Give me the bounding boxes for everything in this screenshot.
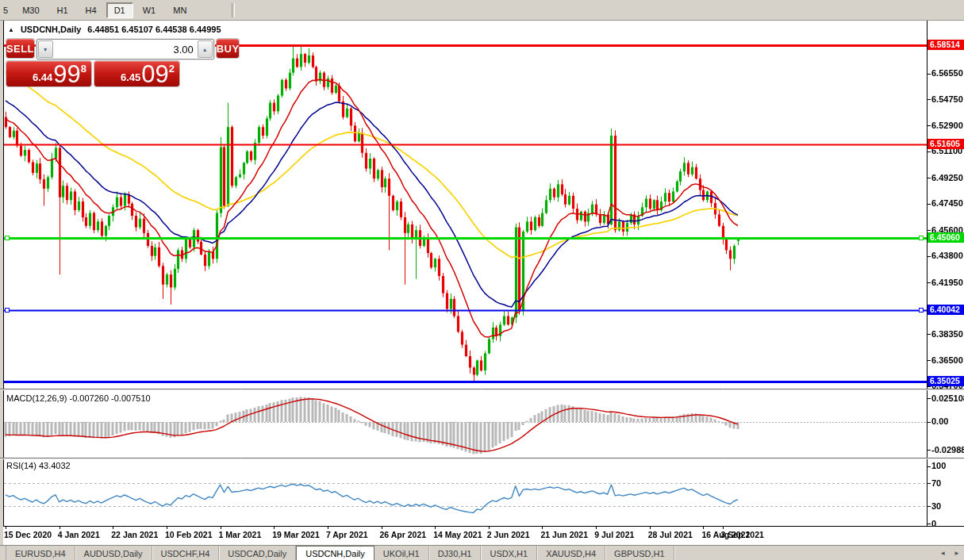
macd-axis-label: 0.00: [931, 416, 948, 426]
symbol-tab-usdx-h1[interactable]: USDX,H1: [481, 546, 537, 560]
rsi-axis-label: 70: [931, 478, 941, 488]
tab-bar-spacer: [674, 546, 935, 560]
date-axis-label: 2 Jun 2021: [487, 530, 530, 539]
up-arrow-icon: ▲: [202, 47, 208, 52]
date-axis-label: 1 Mar 2021: [219, 530, 262, 539]
timeframe-toolbar: 5M30H1H4D1W1MN: [0, 0, 964, 21]
tab-scroll-right-button[interactable]: ►: [950, 550, 964, 557]
one-click-trade-panel: SELL ▼ ▲ BUY 6.44 99 8 6.45 09 2: [6, 39, 179, 86]
tab-scroll-left-button[interactable]: ◄: [935, 550, 950, 557]
buy-button[interactable]: BUY: [217, 39, 240, 58]
symbol-tab-dj30-h1[interactable]: DJ30,H1: [429, 546, 482, 560]
date-axis-label: 10 Feb 2021: [165, 530, 213, 539]
timeframe-button-5[interactable]: 5: [1, 2, 13, 18]
volume-decrease-button[interactable]: ▼: [38, 40, 53, 58]
symbol-tab-bar: EURUSD,H4AUDUSD,DailyUSDCHF,H4USDCAD,Dai…: [0, 545, 964, 560]
price-badge: 6.51605: [928, 139, 964, 149]
symbol-tab-gbpusd-h1[interactable]: GBPUSD,H1: [605, 546, 674, 560]
timeframe-button-mn[interactable]: MN: [165, 2, 194, 18]
symbol-tab-usdcnh-daily[interactable]: USDCNH,Daily: [296, 546, 374, 560]
timeframe-button-m30[interactable]: M30: [14, 2, 47, 18]
down-arrow-icon: ▼: [43, 47, 48, 52]
buy-price-prefix: 6.45: [121, 71, 140, 83]
symbol-tab-eurusd-h4[interactable]: EURUSD,H4: [6, 546, 75, 560]
timeframe-button-h1[interactable]: H1: [49, 2, 76, 18]
collapse-arrow-icon[interactable]: ▲: [8, 26, 14, 33]
symbol-tab-audusd-daily[interactable]: AUDUSD,Daily: [75, 546, 152, 560]
sell-price-prefix: 6.44: [33, 71, 52, 83]
date-axis-label: 14 May 2021: [433, 530, 482, 539]
price-tick-label: 6.49250: [931, 173, 963, 182]
symbol-tab-xauusd-h4[interactable]: XAUUSD,H4: [537, 546, 605, 560]
date-axis-label: 21 Jun 2021: [540, 530, 588, 539]
chart-title-bar: ▲ USDCNH,Daily 6.44851 6.45107 6.44538 6…: [8, 25, 221, 34]
price-tick-label: 6.52900: [931, 121, 963, 130]
rsi-axis-label: 30: [931, 501, 941, 511]
price-tick-label: 6.43800: [931, 251, 963, 260]
macd-pane-label: MACD(12,26,9) -0.007260 -0.007510: [6, 393, 151, 403]
date-axis-label: 22 Jan 2021: [111, 530, 158, 539]
price-badge: 6.40042: [928, 305, 964, 315]
date-axis-label: 15 Dec 2020: [4, 530, 52, 539]
date-axis-label: 9 Jul 2021: [594, 530, 634, 539]
price-tick-label: 6.38350: [931, 329, 963, 339]
rsi-axis-label: 100: [931, 461, 946, 470]
macd-axis-label: -0.029881: [931, 445, 964, 455]
toolbar-separator: [232, 3, 235, 17]
date-axis-label: 3 Sep 2021: [721, 530, 764, 539]
sell-price-display[interactable]: 6.44 99 8: [6, 61, 91, 86]
sell-button[interactable]: SELL: [6, 39, 34, 58]
price-tick-label: 6.56550: [931, 68, 963, 78]
price-badge: 6.35025: [928, 376, 964, 386]
sell-price-pip-digit: 8: [81, 63, 86, 75]
sell-price-big-digits: 99: [53, 63, 80, 86]
price-tick-label: 6.36500: [931, 355, 963, 365]
date-axis-label: 4 Jan 2021: [58, 530, 100, 539]
price-tick-label: 6.47450: [931, 198, 963, 208]
volume-increase-button[interactable]: ▲: [198, 40, 213, 58]
timeframe-button-h4[interactable]: H4: [78, 2, 105, 18]
buy-price-display[interactable]: 6.45 09 2: [94, 61, 179, 86]
volume-input[interactable]: [54, 40, 197, 59]
macd-axis-label: 0.025108: [931, 393, 964, 403]
price-badge: 6.58514: [928, 40, 964, 50]
price-badge: 6.45060: [928, 232, 964, 243]
volume-stepper: ▼ ▲: [36, 39, 214, 59]
date-axis-label: 28 Jul 2021: [648, 530, 693, 539]
price-tick-label: 6.41950: [931, 278, 963, 287]
rsi-pane-label: RSI(14) 43.4032: [6, 461, 71, 470]
symbol-tab-usdchf-h4[interactable]: USDCHF,H4: [152, 546, 220, 560]
price-tick-label: 6.54750: [931, 94, 963, 104]
date-axis-label: 19 Mar 2021: [272, 530, 320, 539]
chart-ohlc-values: 6.44851 6.45107 6.44538 6.44995: [87, 25, 221, 34]
date-axis-label: 7 Apr 2021: [326, 530, 368, 539]
symbol-tab-ukoil-h1[interactable]: UKOil,H1: [374, 546, 429, 560]
buy-price-big-digits: 09: [141, 63, 168, 86]
timeframe-button-w1[interactable]: W1: [135, 2, 164, 18]
terminal-window: 5M30H1H4D1W1MN ▲ USDCNH,Daily 6.44851 6.…: [0, 0, 964, 560]
chart-title: USDCNH,Daily: [21, 25, 81, 34]
symbol-tab-usdcad-daily[interactable]: USDCAD,Daily: [219, 546, 296, 560]
buy-price-pip-digit: 2: [169, 63, 175, 75]
date-axis-label: 26 Apr 2021: [380, 530, 427, 539]
rsi-axis-label: 0: [931, 519, 936, 528]
timeframe-button-d1[interactable]: D1: [106, 2, 133, 18]
